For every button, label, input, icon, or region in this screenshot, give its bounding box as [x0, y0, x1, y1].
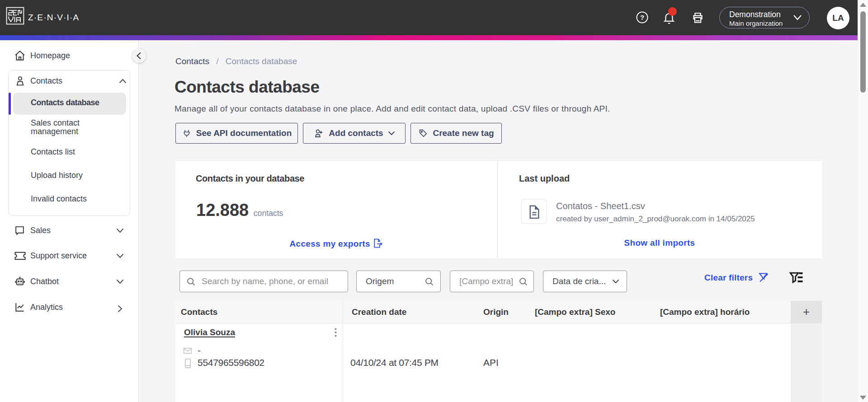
- svg-text:?: ?: [640, 14, 644, 21]
